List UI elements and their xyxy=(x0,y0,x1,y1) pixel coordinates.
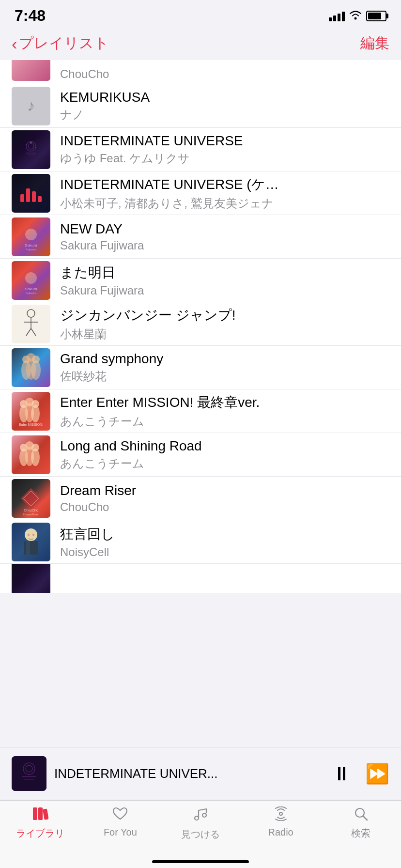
song-title: Dream Riser xyxy=(60,483,389,498)
song-info: Enter Enter MISSION! 最終章ver. あんこうチーム xyxy=(60,393,389,429)
tab-bar: ライブラリ For You 見つける Radi xyxy=(0,800,401,868)
tab-library-label: ライブラリ xyxy=(16,827,64,840)
mini-player[interactable]: INDETERMINATE UNIVER... ⏸ ⏩ xyxy=(0,747,401,800)
list-item[interactable]: INDETERMINATE UNIVERSE ゆうゆ Feat. ケムリクサ xyxy=(0,128,401,171)
song-artist: あんこうチーム xyxy=(60,414,389,429)
album-art xyxy=(12,174,50,213)
song-artist: 小林星蘭 xyxy=(60,326,389,342)
song-title: Long and Shining Road xyxy=(60,438,389,454)
svg-text:Sakura: Sakura xyxy=(25,243,37,248)
list-item[interactable]: Enter MISSION! Enter Enter MISSION! 最終章v… xyxy=(0,389,401,433)
tab-radio[interactable]: Radio xyxy=(241,806,321,838)
svg-rect-52 xyxy=(33,807,37,820)
status-bar: 7:48 xyxy=(0,0,401,29)
song-info: KEMURIKUSA ナノ xyxy=(60,90,389,123)
song-artist: ChouCho xyxy=(60,500,389,514)
svg-line-17 xyxy=(26,328,31,336)
svg-text:ChouCho: ChouCho xyxy=(24,509,38,512)
edit-button[interactable]: 編集 xyxy=(360,33,389,53)
album-art xyxy=(12,435,50,474)
tab-search[interactable]: 検索 xyxy=(321,806,401,840)
album-art xyxy=(12,523,50,561)
song-artist: NoisyCell xyxy=(60,545,389,559)
tab-browse[interactable]: 見つける xyxy=(160,806,241,841)
album-art xyxy=(12,348,50,387)
list-item[interactable]: Sakura Fujiwara また明日 Sakura Fujiwara xyxy=(0,259,401,302)
song-info: INDETERMINATE UNIVERSE (ケ… 小松未可子, 清都ありさ,… xyxy=(60,175,389,211)
album-art xyxy=(12,564,50,593)
equalizer-icon xyxy=(20,185,42,202)
list-item[interactable]: ジンカンバンジー ジャンプ! 小林星蘭 xyxy=(0,302,401,346)
back-label: プレイリスト xyxy=(19,33,109,53)
album-art: ♪ xyxy=(12,87,50,125)
song-info: ジンカンバンジー ジャンプ! 小林星蘭 xyxy=(60,306,389,342)
album-art: Enter MISSION! xyxy=(12,392,50,431)
svg-line-57 xyxy=(363,816,367,820)
battery-icon xyxy=(366,11,386,21)
song-artist: 佐咲紗花 xyxy=(60,369,389,384)
song-title: INDETERMINATE UNIVERSE xyxy=(60,133,389,149)
svg-rect-47 xyxy=(12,756,46,791)
svg-point-11 xyxy=(25,272,37,284)
svg-point-55 xyxy=(279,812,282,815)
svg-point-0 xyxy=(355,17,357,19)
svg-point-14 xyxy=(27,310,35,317)
song-artist: ゆうゆ Feat. ケムリクサ xyxy=(60,151,389,166)
album-art xyxy=(12,130,50,169)
song-info: また明日 Sakura Fujiwara xyxy=(60,264,389,297)
song-artist: ナノ xyxy=(60,107,389,123)
status-time: 7:48 xyxy=(15,7,46,25)
list-item[interactable]: Long and Shining Road あんこうチーム xyxy=(0,433,401,477)
svg-rect-44 xyxy=(26,541,30,555)
song-artist: Sakura Fujiwara xyxy=(60,284,389,297)
signal-icon xyxy=(329,11,345,21)
song-info: 狂言回し NoisyCell xyxy=(60,525,389,559)
svg-point-8 xyxy=(25,229,37,240)
home-indicator xyxy=(152,860,249,863)
music-note-icon: ♪ xyxy=(27,97,35,115)
list-item[interactable]: ♪ KEMURIKUSA ナノ xyxy=(0,84,401,128)
svg-text:Enter MISSION!: Enter MISSION! xyxy=(19,423,43,426)
mini-player-controls: ⏸ ⏩ xyxy=(332,764,389,783)
svg-point-7 xyxy=(35,147,36,148)
svg-point-2 xyxy=(28,143,34,149)
back-button[interactable]: ‹ プレイリスト xyxy=(12,33,109,53)
tab-library[interactable]: ライブラリ xyxy=(0,806,80,840)
song-info: NEW DAY Sakura Fujiwara xyxy=(60,221,389,252)
fast-forward-button[interactable]: ⏩ xyxy=(365,764,389,783)
tab-for-you[interactable]: For You xyxy=(80,806,161,838)
svg-text:Fujiwara: Fujiwara xyxy=(26,248,37,251)
svg-text:Fujiwara: Fujiwara xyxy=(26,292,37,294)
list-item[interactable]: ChouCho DreamRiser Dream Riser ChouCho xyxy=(0,477,401,520)
album-art: Sakura Fujiwara xyxy=(12,261,50,300)
svg-point-30 xyxy=(31,400,39,408)
song-artist: Sakura Fujiwara xyxy=(60,239,389,252)
song-info: ChouCho xyxy=(60,67,389,81)
svg-rect-43 xyxy=(24,541,38,555)
svg-point-46 xyxy=(32,533,34,536)
svg-text:Sakura: Sakura xyxy=(25,287,37,291)
heart-icon xyxy=(112,806,128,824)
album-art xyxy=(12,305,50,343)
tab-browse-label: 見つける xyxy=(181,828,220,841)
svg-point-5 xyxy=(31,141,32,143)
svg-rect-54 xyxy=(43,808,48,820)
song-title: Enter Enter MISSION! 最終章ver. xyxy=(60,393,389,412)
song-artist: あんこうチーム xyxy=(60,456,389,471)
song-title: NEW DAY xyxy=(60,221,389,237)
list-item[interactable]: Grand symphony 佐咲紗花 xyxy=(0,346,401,389)
list-item[interactable]: INDETERMINATE UNIVERSE (ケ… 小松未可子, 清都ありさ,… xyxy=(0,171,401,215)
list-item[interactable]: 狂言回し NoisyCell xyxy=(0,520,401,564)
song-artist: ChouCho xyxy=(60,67,389,81)
back-chevron-icon: ‹ xyxy=(12,35,17,52)
list-item[interactable]: ChouCho xyxy=(0,60,401,84)
svg-point-45 xyxy=(28,533,30,536)
song-artist: 小松未可子, 清都ありさ, 鷲見友美ジェナ xyxy=(60,196,389,211)
list-item[interactable]: Sakura Fujiwara NEW DAY Sakura Fujiwara xyxy=(0,215,401,259)
list-item[interactable] xyxy=(0,564,401,593)
song-title: Grand symphony xyxy=(60,351,389,367)
song-title: KEMURIKUSA xyxy=(60,90,389,105)
radio-icon xyxy=(273,806,289,824)
song-info: Dream Riser ChouCho xyxy=(60,483,389,514)
pause-button[interactable]: ⏸ xyxy=(332,764,352,783)
